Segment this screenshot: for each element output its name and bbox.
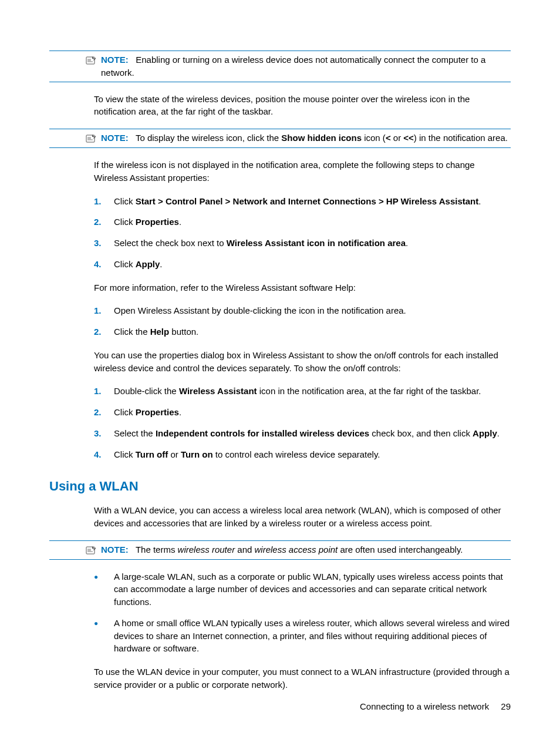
note-body: NOTE: To display the wireless icon, clic…	[101, 132, 511, 145]
procedure-list-2: 1. Open Wireless Assistant by double-cli…	[94, 304, 511, 338]
list-text: A home or small office WLAN typically us…	[114, 617, 511, 655]
note-box-2: NOTE: To display the wireless icon, clic…	[49, 129, 511, 148]
list-number: 2.	[94, 325, 102, 338]
list-item: ● A large-scale WLAN, such as a corporat…	[94, 570, 511, 609]
note-text-part: The terms	[136, 545, 178, 555]
list-text: Click Start > Control Panel > Network an…	[114, 195, 481, 208]
note-text-bold: <	[386, 133, 391, 143]
note-text-part: To display the wireless icon, click the	[136, 133, 281, 143]
list-item: 2. Click Properties.	[94, 406, 511, 419]
list-item: 1. Double-click the Wireless Assistant i…	[94, 385, 511, 398]
paragraph: With a WLAN device, you can access a wir…	[94, 504, 511, 530]
list-text: Click the Help button.	[114, 325, 198, 338]
list-text: Click Properties.	[114, 216, 181, 228]
list-item: 2. Click the Help button.	[94, 325, 511, 338]
list-text: A large-scale WLAN, such as a corporate …	[114, 570, 511, 609]
list-number: 1.	[94, 385, 102, 398]
note-text-italic: wireless access point	[255, 545, 338, 555]
bullet-list: ● A large-scale WLAN, such as a corporat…	[94, 570, 511, 656]
note-body: NOTE: Enabling or turning on a wireless …	[101, 53, 511, 79]
list-number: 3.	[94, 237, 102, 250]
list-number: 4.	[94, 258, 102, 271]
list-item: ● A home or small office WLAN typically …	[94, 617, 511, 655]
list-number: 2.	[94, 406, 102, 419]
list-item: 4. Click Turn off or Turn on to control …	[94, 448, 511, 461]
paragraph: For more information, refer to the Wirel…	[94, 281, 511, 294]
note-text-part: or	[391, 133, 404, 143]
list-number: 4.	[94, 448, 102, 461]
note-label: NOTE:	[101, 133, 129, 143]
page-footer: Connecting to a wireless network 29	[360, 700, 511, 713]
list-item: 3. Select the check box next to Wireless…	[94, 237, 511, 250]
list-text: Select the Independent controls for inst…	[114, 427, 500, 440]
list-text: Click Properties.	[114, 406, 181, 419]
note-label: NOTE:	[101, 55, 129, 65]
bullet-icon: ●	[94, 570, 102, 609]
note-icon	[85, 544, 97, 557]
list-number: 1.	[94, 304, 102, 317]
procedure-list-1: 1. Click Start > Control Panel > Network…	[94, 195, 511, 271]
note-box-1: NOTE: Enabling or turning on a wireless …	[49, 51, 511, 82]
paragraph: You can use the properties dialog box in…	[94, 349, 511, 375]
section-heading: Using a WLAN	[49, 477, 511, 496]
list-item: 1. Open Wireless Assistant by double-cli…	[94, 304, 511, 317]
note-text-part: are often used interchangeably.	[338, 545, 463, 555]
note-icon	[85, 132, 97, 145]
list-text: Select the check box next to Wireless As…	[114, 237, 408, 250]
list-number: 3.	[94, 427, 102, 440]
note-box-3: NOTE: The terms wireless router and wire…	[49, 540, 511, 560]
note-text-part: ) in the notification area.	[414, 133, 508, 143]
paragraph: To view the state of the wireless device…	[94, 93, 511, 119]
note-icon	[85, 54, 97, 67]
list-item: 4. Click Apply.	[94, 258, 511, 271]
footer-section: Connecting to a wireless network	[360, 701, 489, 711]
list-item: 2. Click Properties.	[94, 216, 511, 228]
note-text-italic: wireless router	[178, 545, 235, 555]
list-number: 1.	[94, 195, 102, 208]
list-text: Click Turn off or Turn on to control eac…	[114, 448, 380, 461]
note-text-bold: <<	[403, 133, 414, 143]
page-content: NOTE: Enabling or turning on a wireless …	[49, 51, 511, 691]
note-text-part: and	[235, 545, 254, 555]
list-text: Open Wireless Assistant by double-clicki…	[114, 304, 406, 317]
list-number: 2.	[94, 216, 102, 228]
note-label: NOTE:	[101, 545, 129, 555]
list-text: Click Apply.	[114, 258, 163, 271]
note-text-part: icon (	[362, 133, 386, 143]
paragraph: If the wireless icon is not displayed in…	[94, 159, 511, 184]
list-text: Double-click the Wireless Assistant icon…	[114, 385, 481, 398]
procedure-list-3: 1. Double-click the Wireless Assistant i…	[94, 385, 511, 461]
list-item: 3. Select the Independent controls for i…	[94, 427, 511, 440]
note-text-bold: Show hidden icons	[281, 133, 362, 143]
bullet-icon: ●	[94, 617, 102, 655]
note-body: NOTE: The terms wireless router and wire…	[101, 543, 511, 556]
page-number: 29	[501, 701, 511, 711]
list-item: 1. Click Start > Control Panel > Network…	[94, 195, 511, 208]
note-text: Enabling or turning on a wireless device…	[101, 55, 485, 78]
paragraph: To use the WLAN device in your computer,…	[94, 666, 511, 691]
